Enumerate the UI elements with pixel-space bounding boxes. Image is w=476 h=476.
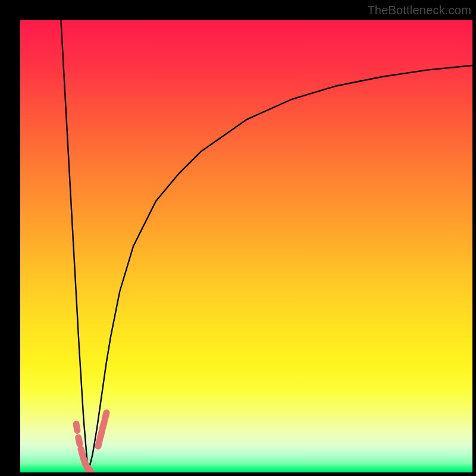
plot-area	[20, 20, 472, 472]
watermark-text: TheBottleneck.com	[367, 4, 471, 17]
highlight-markers	[73, 409, 111, 472]
marker-pill	[101, 409, 111, 423]
chart-svg	[20, 20, 472, 472]
marker-pill	[74, 434, 83, 448]
bottleneck-curve	[61, 20, 472, 472]
chart-frame: TheBottleneck.com	[0, 0, 476, 476]
marker-pill	[73, 420, 81, 434]
